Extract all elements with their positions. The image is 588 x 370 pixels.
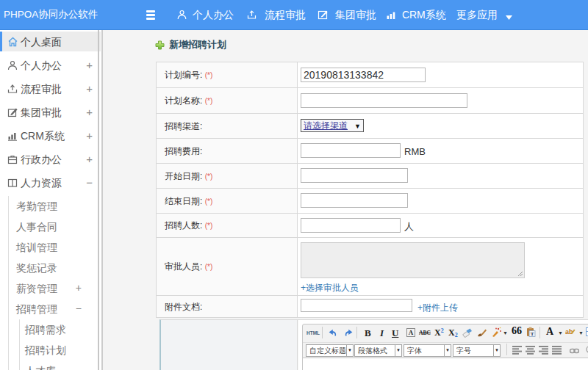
svg-text:T: T: [531, 331, 534, 337]
svg-text:ab: ab: [565, 328, 573, 335]
